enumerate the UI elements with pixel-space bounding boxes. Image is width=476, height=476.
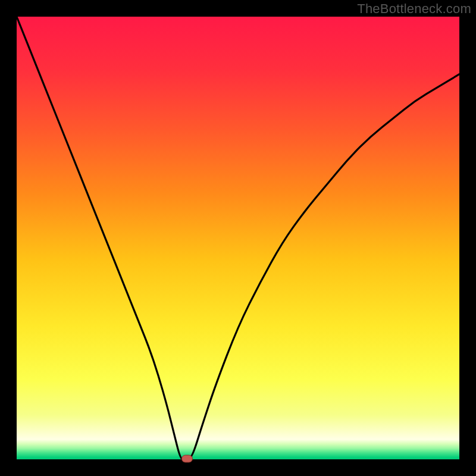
optimal-point-marker xyxy=(181,455,192,462)
watermark-text: TheBottleneck.com xyxy=(357,1,471,17)
plot-background xyxy=(17,17,459,459)
chart-svg xyxy=(0,0,476,476)
chart-frame: TheBottleneck.com xyxy=(0,0,476,476)
